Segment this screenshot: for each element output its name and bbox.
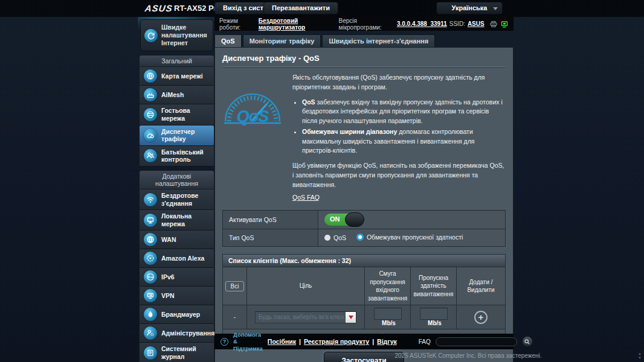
operation-mode-link[interactable]: Бездротовий маршрутизатор [259, 17, 336, 31]
toggle-state-label: ON [330, 215, 340, 223]
help-icon [221, 338, 228, 346]
firmware-version-link[interactable]: 3.0.0.4.388_33911 [397, 21, 447, 27]
system-log-icon [144, 346, 157, 360]
sidebar-item-label: Amazon Alexa [161, 255, 204, 262]
main-content: QoS Моніторинг трафіку Швидкість інтерне… [214, 31, 514, 362]
gauge-label: QoS [237, 107, 269, 125]
qos-description: Якість обслуговування (QoS) забезпечує п… [292, 73, 506, 210]
tab-internet-speed[interactable]: Швидкість інтернет-з'єднання [322, 34, 435, 47]
language-dropdown[interactable]: Українська [436, 2, 503, 14]
footer-bar: Допомога & Підтримка Посібник|Реєстрація… [214, 334, 514, 349]
ipv6-icon: IPv6 [144, 270, 157, 284]
sidebar-item-label: Батьківський контроль [161, 148, 210, 164]
manual-link[interactable]: Посібник [268, 338, 296, 345]
header: ASUS RT-AX52 Pro Вихід з системи Перезав… [139, 0, 514, 17]
network-map-icon [144, 69, 157, 83]
sidebar-item-firewall[interactable]: Брандмауер [139, 305, 214, 324]
add-rule-button[interactable] [474, 311, 488, 324]
sidebar-item-network-map[interactable]: Карта мережі [139, 67, 214, 86]
sidebar-item-label: Локальна мережа [161, 212, 210, 227]
qos-gauge-image: QoS [222, 73, 285, 210]
sidebar-item-label: Швидке налаштування Інтернет [161, 24, 209, 47]
tab-traffic-monitor[interactable]: Моніторинг трафіку [243, 34, 321, 47]
printer-icon[interactable] [489, 20, 498, 28]
firmware-label: Версія мікропрограми: [339, 17, 394, 31]
sidebar-item-guest-network[interactable]: Гостьова мережа [139, 104, 214, 125]
row-index: - [223, 305, 247, 329]
upload-unit-label: Mb/s [428, 320, 442, 326]
alexa-icon [144, 252, 157, 265]
radio-unchecked-icon [324, 235, 330, 241]
sidebar-item-traffic-manager[interactable]: Диспетчер трафіку [139, 125, 214, 146]
firewall-icon [144, 308, 157, 321]
operation-mode-label: Режим роботи: [219, 17, 256, 31]
select-all-button[interactable]: Всі [225, 281, 245, 291]
sidebar: Швидке налаштування Інтернет Загальний К… [139, 18, 214, 362]
sidebar-item-label: VPN [161, 292, 175, 300]
status-bar: Режим роботи: Бездротовий маршрутизатор … [214, 17, 514, 31]
wireless-icon [144, 193, 157, 206]
sidebar-item-amazon-alexa[interactable]: Amazon Alexa [139, 249, 214, 268]
lan-icon [144, 214, 157, 227]
language-value: Українська [451, 4, 487, 11]
footer-links: Посібник|Реєстрація продукту|Відгук [268, 338, 397, 345]
sidebar-item-wireless[interactable]: Бездротове з'єднання [139, 189, 214, 210]
enable-qos-label: Активувати QoS [223, 211, 318, 229]
qos-toggle[interactable]: ON [324, 214, 363, 226]
sidebar-item-lan[interactable]: Локальна мережа [139, 210, 214, 230]
faq-label: FAQ [419, 338, 431, 345]
client-list-title: Список клієнтів (Макс. обмеження : 32) [222, 254, 506, 267]
separator: | [299, 338, 301, 345]
wan-icon [144, 233, 157, 246]
search-icon[interactable] [522, 336, 533, 347]
intro-paragraph: Якість обслуговування (QoS) забезпечує п… [292, 73, 506, 92]
ssid-link[interactable]: ASUS [468, 21, 485, 27]
radio-label: Обмежувач пропускної здатності [367, 233, 463, 241]
sidebar-item-label: AiMesh [161, 91, 184, 99]
bullet-qos: QoS забезпечує вхідну та вихідну пропуск… [302, 98, 506, 126]
qos-type-label: Тип QoS [223, 229, 318, 247]
product-registration-link[interactable]: Реєстрація продукту [304, 338, 369, 345]
download-bandwidth-input[interactable] [374, 308, 402, 320]
upload-bandwidth-input[interactable] [420, 308, 448, 320]
scrollbar[interactable]: ▲▼ [636, 352, 643, 361]
column-add-delete: Додати / Видалити [457, 267, 506, 305]
bullet-bandwidth-limiter: Обмежувач ширини діапазону допомагає кон… [302, 127, 506, 156]
feedback-link[interactable]: Відгук [377, 338, 397, 345]
asus-logo: ASUS [144, 3, 173, 13]
faq-search-input[interactable] [436, 337, 517, 346]
sidebar-item-label: IPv6 [161, 273, 175, 281]
sidebar-item-label: Карта мережі [161, 72, 203, 80]
sidebar-section-general: Загальний [139, 55, 214, 67]
sidebar-item-parental-controls[interactable]: Батьківський контроль [139, 146, 214, 167]
sidebar-item-label: Бездротове з'єднання [161, 192, 210, 207]
sidebar-item-ipv6[interactable]: IPv6 IPv6 [139, 268, 214, 287]
remote-connection-icon[interactable] [500, 20, 509, 28]
tab-qos[interactable]: QoS [214, 34, 242, 47]
ssid-label: SSID: [449, 21, 465, 27]
radio-bandwidth-limiter[interactable]: Обмежувач пропускної здатності [356, 233, 463, 241]
sidebar-item-vpn[interactable]: VPN [139, 287, 214, 305]
sidebar-item-administration[interactable]: Адміністрування [139, 324, 214, 343]
qos-faq-link[interactable]: QoS FAQ [292, 193, 320, 203]
vpn-icon [144, 289, 157, 302]
sidebar-item-aimesh[interactable]: AiMesh [139, 86, 214, 104]
download-unit-label: Mb/s [382, 320, 396, 326]
help-support-link[interactable]: Допомога & Підтримка [233, 331, 263, 352]
table-row: - Mb/s Mb/s [223, 305, 506, 329]
copyright-text: 2025 ASUSTeK Computer Inc. Всі права зас… [326, 352, 610, 359]
sidebar-item-label: Диспетчер трафіку [161, 128, 210, 143]
sidebar-item-system-log[interactable]: Системний журнал [139, 343, 214, 362]
sidebar-item-wan[interactable]: WAN [139, 230, 214, 249]
client-dropdown-button[interactable] [346, 312, 356, 323]
note-paragraph: Щоб увімкнути функцію QoS, натисніть на … [292, 161, 506, 189]
radio-qos[interactable]: QoS [324, 234, 346, 241]
client-list-table: Всі Ціль Смуга пропускання вхідного зава… [222, 267, 506, 343]
toggle-knob[interactable] [345, 212, 364, 227]
qos-settings-table: Активувати QoS ON Тип QoS QoS [222, 210, 506, 247]
content-panel: Диспетчер трафіку - QoS QoS Якість обслу… [214, 47, 514, 362]
sidebar-section-advanced: Додаткові налаштування [139, 170, 214, 189]
reboot-button[interactable]: Перезавантажити [263, 2, 338, 14]
sidebar-item-quick-internet-setup[interactable]: Швидке налаштування Інтернет [140, 19, 213, 51]
target-client-input[interactable] [255, 311, 356, 323]
